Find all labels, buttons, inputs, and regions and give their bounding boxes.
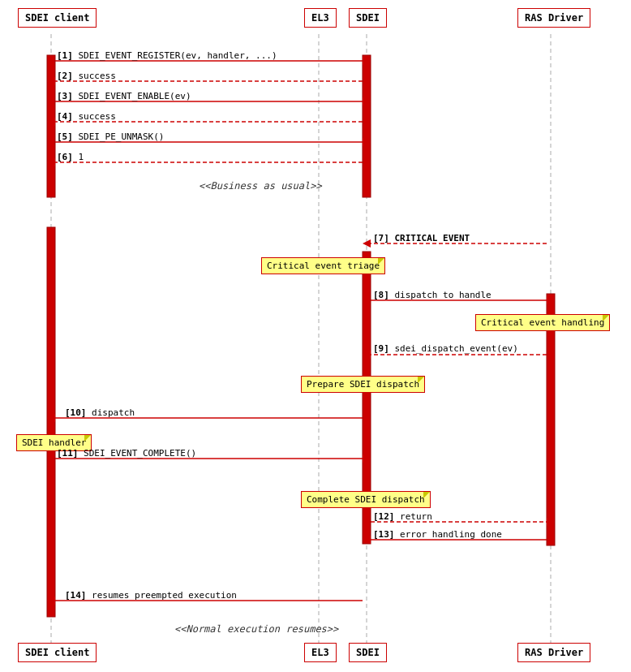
section-business: <<Business as usual>> bbox=[199, 180, 322, 192]
note-complete-dispatch: Complete SDEI dispatch bbox=[301, 491, 431, 508]
label-m4: [4] success bbox=[57, 111, 116, 122]
label-m5: [5] SDEI_PE_UNMASK() bbox=[57, 131, 164, 142]
svg-rect-6 bbox=[47, 227, 55, 617]
label-m2: [2] success bbox=[57, 71, 116, 81]
sequence-diagram: SDEI client EL3 SDEI RAS Driver SDEI cli… bbox=[0, 0, 631, 672]
note-prepare-dispatch: Prepare SDEI dispatch bbox=[301, 376, 425, 393]
label-m13: [13] error handling done bbox=[373, 529, 502, 540]
note-critical-handling: Critical event handling bbox=[475, 314, 610, 331]
note-critical-triage: Critical event triage bbox=[261, 257, 385, 274]
svg-rect-4 bbox=[47, 55, 55, 197]
label-m6: [6] 1 bbox=[57, 152, 84, 162]
label-m11: [11] SDEI_EVENT_COMPLETE() bbox=[57, 448, 196, 459]
label-m10: [10] dispatch bbox=[65, 407, 135, 418]
section-normal: <<Normal execution resumes>> bbox=[174, 623, 338, 635]
label-m7: [7] CRITICAL EVENT bbox=[373, 233, 470, 243]
svg-rect-5 bbox=[363, 55, 371, 197]
label-m1: [1] SDEI_EVENT_REGISTER(ev, handler, ...… bbox=[57, 50, 277, 61]
svg-rect-8 bbox=[547, 294, 555, 545]
label-m3: [3] SDEI_EVENT_ENABLE(ev) bbox=[57, 91, 191, 101]
label-m9: [9] sdei_dispatch_event(ev) bbox=[373, 343, 518, 354]
label-m12: [12] return bbox=[373, 511, 432, 522]
label-m8: [8] dispatch to handle bbox=[373, 290, 491, 300]
label-m14: [14] resumes preempted execution bbox=[65, 590, 237, 601]
